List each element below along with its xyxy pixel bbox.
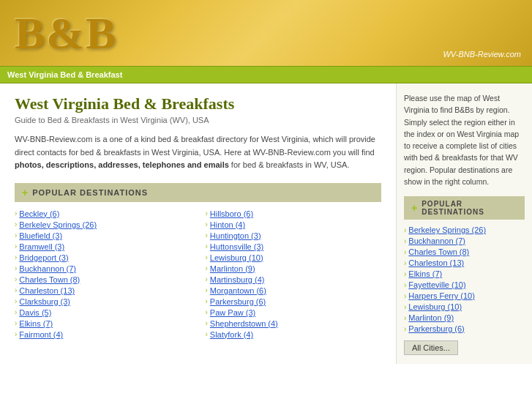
city-link[interactable]: Charles Town (8) bbox=[19, 275, 80, 284]
city-link[interactable]: Huttonsville (3) bbox=[210, 242, 263, 251]
city-link[interactable]: Buckhannon (7) bbox=[19, 264, 76, 273]
city-link[interactable]: Charleston (13) bbox=[19, 286, 75, 295]
sidebar-city-link[interactable]: Fayetteville (10) bbox=[408, 280, 465, 289]
list-item: ›Hillsboro (6) bbox=[206, 209, 382, 218]
arrow-icon: › bbox=[404, 237, 406, 245]
arrow-icon: › bbox=[15, 275, 17, 283]
breadcrumb-link[interactable]: West Virginia Bed & Breakfast bbox=[7, 70, 122, 79]
list-item: ›Elkins (7) bbox=[404, 269, 525, 278]
city-link[interactable]: Davis (5) bbox=[19, 308, 51, 317]
sidebar-city-link[interactable]: Elkins (7) bbox=[408, 269, 442, 278]
arrow-icon: › bbox=[15, 220, 17, 228]
list-item: ›Bramwell (3) bbox=[15, 242, 191, 251]
arrow-icon: › bbox=[404, 259, 406, 267]
list-item: ›Charles Town (8) bbox=[404, 247, 525, 256]
list-item: ›Morgantown (6) bbox=[206, 286, 382, 295]
sidebar-city-link[interactable]: Marlinton (9) bbox=[408, 313, 454, 322]
list-item: ›Martinsburg (4) bbox=[206, 275, 382, 284]
city-link[interactable]: Berkeley Springs (26) bbox=[19, 220, 97, 229]
sidebar-city-link[interactable]: Harpers Ferry (10) bbox=[408, 291, 474, 300]
content-area: West Virginia Bed & Breakfasts Guide to … bbox=[0, 83, 397, 364]
city-link[interactable]: Bluefield (3) bbox=[19, 231, 62, 240]
list-item: ›Davis (5) bbox=[15, 308, 191, 317]
city-link[interactable]: Hinton (4) bbox=[210, 220, 245, 229]
city-link[interactable]: Clarksburg (3) bbox=[19, 297, 70, 306]
arrow-icon: › bbox=[206, 319, 208, 327]
arrow-icon: › bbox=[206, 330, 208, 338]
city-link[interactable]: Paw Paw (3) bbox=[210, 308, 255, 317]
list-item: ›Elkins (7) bbox=[15, 319, 191, 328]
list-item: ›Huttonsville (3) bbox=[206, 242, 382, 251]
arrow-icon: › bbox=[404, 325, 406, 333]
city-link[interactable]: Slatyfork (4) bbox=[210, 330, 253, 339]
arrow-icon: › bbox=[206, 286, 208, 294]
city-link[interactable]: Fairmont (4) bbox=[19, 330, 63, 339]
list-item: ›Charleston (13) bbox=[404, 258, 525, 267]
arrow-icon: › bbox=[206, 253, 208, 261]
list-item: ›Parkersburg (6) bbox=[206, 297, 382, 306]
city-link[interactable]: Huntington (3) bbox=[210, 231, 261, 240]
city-link[interactable]: Marlinton (9) bbox=[210, 264, 255, 273]
arrow-icon: › bbox=[15, 308, 17, 316]
arrow-icon: › bbox=[15, 319, 17, 327]
city-link[interactable]: Morgantown (6) bbox=[210, 286, 266, 295]
city-link[interactable]: Bridgeport (3) bbox=[19, 253, 68, 262]
description-end: for bed & breakfasts in WV, USA. bbox=[229, 160, 350, 169]
city-link[interactable]: Martinsburg (4) bbox=[210, 275, 265, 284]
sidebar-city-link[interactable]: Lewisburg (10) bbox=[408, 302, 462, 311]
list-item: ›Berkeley Springs (26) bbox=[15, 220, 191, 229]
arrow-icon: › bbox=[15, 253, 17, 261]
sidebar-plus-icon: + bbox=[411, 202, 418, 214]
logo: B&B bbox=[15, 7, 117, 59]
list-item: ›Bluefield (3) bbox=[15, 231, 191, 240]
arrow-icon: › bbox=[206, 297, 208, 305]
sidebar: Please use the map of West Virginia to f… bbox=[397, 83, 532, 364]
city-link[interactable]: Bramwell (3) bbox=[19, 242, 64, 251]
page-subtitle: Guide to Bed & Breakfasts in West Virgin… bbox=[15, 116, 381, 124]
list-item: ›Fayetteville (10) bbox=[404, 280, 525, 289]
city-col-right: ›Hillsboro (6)›Hinton (4)›Huntington (3)… bbox=[206, 209, 382, 339]
sidebar-city-link[interactable]: Charleston (13) bbox=[408, 258, 464, 267]
city-link[interactable]: Beckley (6) bbox=[19, 209, 59, 218]
city-link[interactable]: Hillsboro (6) bbox=[210, 209, 253, 218]
list-item: ›Parkersburg (6) bbox=[404, 324, 525, 333]
list-item: ›Bridgeport (3) bbox=[15, 253, 191, 262]
sidebar-description: Please use the map of West Virginia to f… bbox=[404, 92, 525, 187]
arrow-icon: › bbox=[404, 281, 406, 289]
arrow-icon: › bbox=[15, 264, 17, 272]
arrow-icon: › bbox=[404, 292, 406, 300]
city-col-left: ›Beckley (6)›Berkeley Springs (26)›Bluef… bbox=[15, 209, 191, 339]
arrow-icon: › bbox=[15, 209, 17, 217]
city-link[interactable]: Parkersburg (6) bbox=[210, 297, 266, 306]
arrow-icon: › bbox=[206, 264, 208, 272]
popular-destinations-header: + Popular Destinations bbox=[15, 183, 381, 202]
arrow-icon: › bbox=[404, 303, 406, 311]
navbar: West Virginia Bed & Breakfast bbox=[0, 66, 532, 83]
list-item: ›Shepherdstown (4) bbox=[206, 319, 382, 328]
sidebar-city-link[interactable]: Charles Town (8) bbox=[408, 247, 469, 256]
arrow-icon: › bbox=[15, 286, 17, 294]
popular-destinations-label: Popular Destinations bbox=[32, 188, 148, 197]
city-link[interactable]: Lewisburg (10) bbox=[210, 253, 263, 262]
arrow-icon: › bbox=[15, 231, 17, 239]
list-item: ›Harpers Ferry (10) bbox=[404, 291, 525, 300]
list-item: ›Hinton (4) bbox=[206, 220, 382, 229]
arrow-icon: › bbox=[206, 242, 208, 250]
list-item: ›Paw Paw (3) bbox=[206, 308, 382, 317]
sidebar-popular-label: Popular Destinations bbox=[422, 200, 517, 216]
list-item: ›Slatyfork (4) bbox=[206, 330, 382, 339]
list-item: ›Lewisburg (10) bbox=[206, 253, 382, 262]
sidebar-city-link[interactable]: Parkersburg (6) bbox=[408, 324, 464, 333]
arrow-icon: › bbox=[206, 231, 208, 239]
sidebar-city-link[interactable]: Buckhannon (7) bbox=[408, 236, 465, 245]
list-item: ›Buckhannon (7) bbox=[404, 236, 525, 245]
all-cities-button[interactable]: All Cities... bbox=[404, 340, 458, 355]
arrow-icon: › bbox=[404, 314, 406, 322]
city-link[interactable]: Shepherdstown (4) bbox=[210, 319, 278, 328]
city-link[interactable]: Elkins (7) bbox=[19, 319, 53, 328]
sidebar-city-list: ›Berkeley Springs (26)›Buckhannon (7)›Ch… bbox=[404, 225, 525, 333]
city-list: ›Beckley (6)›Berkeley Springs (26)›Bluef… bbox=[15, 209, 381, 339]
page-title: West Virginia Bed & Breakfasts bbox=[15, 94, 381, 113]
sidebar-city-link[interactable]: Berkeley Springs (26) bbox=[408, 225, 486, 234]
site-url: WV-BNB-Review.com bbox=[443, 50, 521, 59]
